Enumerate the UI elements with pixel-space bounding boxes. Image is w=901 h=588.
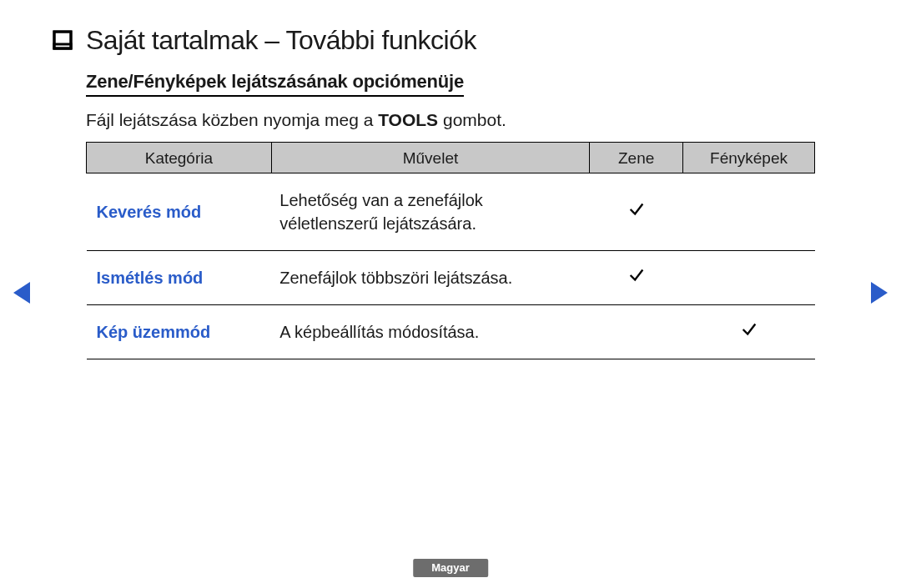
header-photos: Fényképek (683, 143, 815, 173)
options-table: Kategória Művelet Zene Fényképek Keverés… (86, 142, 815, 359)
language-badge: Magyar (413, 559, 488, 577)
row-operation: A képbeállítás módosítása. (271, 305, 589, 359)
row-music-check (590, 173, 683, 251)
row-music-check (590, 305, 683, 359)
intro-before: Fájl lejátszása közben nyomja meg a (86, 110, 378, 129)
row-photos-check (683, 305, 815, 359)
row-operation: Lehetőség van a zenefájlok véletlenszerű… (271, 173, 589, 251)
row-category: Keverés mód (87, 173, 272, 251)
page-title: Saját tartalmak – További funkciók (86, 25, 476, 56)
square-outline-icon (53, 30, 73, 50)
header-music: Zene (590, 143, 683, 173)
row-music-check (590, 251, 683, 305)
section-subheading: Zene/Fényképek lejátszásának opciómenüje (86, 71, 464, 97)
intro-after: gombot. (438, 110, 506, 129)
table-row: Ismétlés mód Zenefájlok többszöri lejáts… (87, 251, 815, 305)
table-row: Keverés mód Lehetőség van a zenefájlok v… (87, 173, 815, 251)
header-category: Kategória (87, 143, 272, 173)
header-operation: Művelet (271, 143, 589, 173)
intro-bold: TOOLS (378, 110, 438, 129)
table-row: Kép üzemmód A képbeállítás módosítása. (87, 305, 815, 359)
row-photos-check (683, 173, 815, 251)
row-photos-check (683, 251, 815, 305)
intro-text: Fájl lejátszása közben nyomja meg a TOOL… (86, 110, 506, 130)
arrow-right-icon[interactable] (871, 282, 888, 304)
arrow-left-icon[interactable] (13, 282, 30, 304)
row-category: Ismétlés mód (87, 251, 272, 305)
row-operation: Zenefájlok többszöri lejátszása. (271, 251, 589, 305)
row-category: Kép üzemmód (87, 305, 272, 359)
